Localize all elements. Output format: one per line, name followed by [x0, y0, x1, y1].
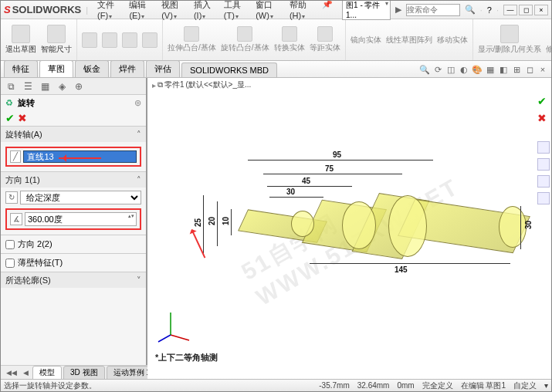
ribbon-offset[interactable]: 等距实体 [310, 26, 340, 53]
cancel-button[interactable]: ✖ [18, 112, 27, 124]
accept-button[interactable]: ✔ [5, 112, 15, 124]
axis-selector-icon[interactable]: ╱ [10, 150, 21, 163]
menu-edit[interactable]: 编辑(E)▾ [124, 0, 155, 22]
ribbon-pattern[interactable]: 线性草图阵列 [386, 35, 432, 46]
menu-insert[interactable]: 插入(I)▾ [189, 0, 218, 22]
view-tool-icon[interactable]: ▦ [485, 65, 496, 76]
menu-window[interactable]: 窗口(W)▾ [251, 0, 283, 22]
appearance-panel-icon[interactable] [537, 192, 550, 204]
pm-pin-icon[interactable]: ⊚ [39, 98, 141, 108]
app-logo: SSOLIDWORKS [4, 4, 81, 15]
restore-button[interactable]: ◻ [519, 5, 533, 15]
confirm-ok-icon[interactable]: ✔ [537, 95, 550, 107]
section-contours-header[interactable]: 所选轮廓(S)˅ [1, 272, 146, 288]
dim-75: 75 [325, 164, 334, 173]
depth-type-select[interactable]: 给定深度 [20, 191, 141, 204]
doc-close-icon[interactable]: × [537, 65, 548, 76]
tab-mbd[interactable]: SOLIDWORKS MBD [181, 63, 277, 77]
ribbon-revolve[interactable]: 旋转凸台/基体 [221, 26, 269, 53]
sketch-tool-2[interactable] [102, 32, 117, 48]
thin-feature-checkbox-row[interactable]: 薄壁特征(T) [5, 257, 141, 269]
title-bar: SSOLIDWORKS | 文件(F)▾ 编辑(E)▾ 视图(V)▾ 插入(I)… [1, 1, 551, 19]
minimize-button[interactable]: — [503, 5, 517, 15]
thin-feature-checkbox[interactable] [5, 259, 15, 268]
bottom-tab-3dview[interactable]: 3D 视图 [63, 366, 105, 380]
tab-sheetmetal[interactable]: 钣金 [75, 60, 109, 77]
view-tool-icon[interactable]: ◫ [445, 65, 456, 76]
revolve-preview: 95 75 45 30 10 20 25 145 30 [194, 178, 518, 271]
section-direction1-header[interactable]: 方向 1(1)˄ [1, 172, 146, 188]
ribbon-repair[interactable]: 修复草图 [546, 25, 552, 55]
view-tool-icon[interactable]: ⊞ [511, 65, 522, 76]
tab-evaluate[interactable]: 评估 [146, 60, 180, 77]
search-input[interactable] [406, 4, 460, 16]
active-document-selector[interactable]: 图1 - 零件1... [342, 0, 391, 20]
dim-45: 45 [302, 177, 310, 185]
tab-sketch[interactable]: 草图 [39, 60, 73, 77]
dim-95: 95 [333, 150, 341, 159]
status-hint: 选择一旋转轴并设定参数。 [4, 380, 97, 391]
angle-input[interactable]: 360.00度 [25, 212, 137, 226]
menu-view[interactable]: 视图(V)▾ [157, 0, 188, 22]
breadcrumb[interactable]: ▸ ⧉ 零件1 (默认<<默认>_显... [152, 79, 251, 90]
menu-help[interactable]: 帮助(H)▾ [285, 0, 316, 22]
view-tool-icon[interactable]: 🎨 [472, 65, 483, 76]
sketch-tool-1[interactable] [82, 32, 97, 48]
status-coord-z: 0mm [397, 381, 414, 390]
pm-tab-more-icon[interactable]: ⊕ [73, 81, 84, 92]
ribbon-move[interactable]: 移动实体 [437, 35, 468, 46]
separator: · [496, 5, 499, 15]
ribbon-mirror[interactable]: 镜向实体 [351, 35, 381, 46]
sketch-tool-4[interactable] [142, 32, 157, 48]
view-tool-icon[interactable]: ◧ [498, 65, 509, 76]
pm-tab-feature-tree-icon[interactable]: ⧉ [5, 81, 16, 92]
sketch-tool-3[interactable] [122, 32, 137, 48]
appearance-panel-icon[interactable] [537, 141, 550, 154]
angle-icon: ∡ [10, 213, 22, 225]
annotation-highlight-box: ∡ 360.00度 [5, 208, 141, 230]
menu-pin[interactable]: 📌 [317, 0, 337, 22]
menu-file[interactable]: 文件(F)▾ [93, 0, 123, 22]
separator: | [86, 5, 88, 15]
status-bar: 选择一旋转轴并设定参数。 -35.7mm 32.64mm 0mm 完全定义 在编… [1, 379, 551, 391]
pm-tab-display-icon[interactable]: ◈ [56, 81, 67, 92]
section-axis-header[interactable]: 旋转轴(A)˄ [1, 127, 146, 142]
view-orientation-label: *上下二等角轴测 [155, 352, 218, 363]
smart-dimension-button[interactable]: 智能尺寸 [41, 25, 72, 55]
ribbon-convert[interactable]: 转换实体 [274, 26, 305, 53]
bottom-tab-model[interactable]: 模型 [32, 366, 62, 380]
tab-scroll-left[interactable]: ◀◀ [4, 369, 19, 377]
direction2-checkbox-row[interactable]: 方向 2(2) [5, 238, 141, 250]
tab-weldment[interactable]: 焊件 [110, 60, 144, 77]
dim-10: 10 [222, 217, 230, 225]
confirm-cancel-icon[interactable]: ✖ [537, 112, 550, 124]
appearance-panel-icon[interactable] [537, 158, 550, 171]
direction2-checkbox[interactable] [5, 240, 15, 249]
pm-tab-config-icon[interactable]: ▦ [39, 81, 50, 92]
graphics-area[interactable]: ▸ ⧉ 零件1 (默认<<默认>_显... 51自学网 WWW.51ZXW.NE… [147, 78, 551, 379]
view-triad [155, 308, 194, 348]
doc-restore-icon[interactable]: ◻ [524, 65, 535, 76]
view-tool-icon[interactable]: ⟳ [432, 65, 443, 76]
status-custom[interactable]: 自定义 [513, 380, 537, 391]
ribbon-extrude[interactable]: 拉伸凸台/基体 [168, 26, 216, 53]
direction-reverse-icon[interactable]: ↻ [5, 191, 18, 204]
menu-tools[interactable]: 工具(T)▾ [219, 0, 249, 22]
appearance-panel-icon[interactable] [537, 175, 550, 188]
svg-line-1 [158, 335, 171, 342]
status-coord-y: 32.64mm [357, 381, 390, 390]
close-button[interactable]: × [534, 5, 548, 15]
view-tool-icon[interactable]: ◐ [459, 65, 469, 76]
pm-tab-property-icon[interactable]: ☰ [22, 81, 33, 92]
search-arrow-icon[interactable]: ▶ [395, 5, 401, 15]
search-icon[interactable]: 🔍 [465, 5, 476, 15]
tab-scroll-left-one[interactable]: ◀ [21, 369, 31, 377]
revolve-icon: ♻ [5, 98, 13, 108]
exit-sketch-button[interactable]: 退出草图 [5, 25, 36, 55]
view-tool-icon[interactable]: 🔍 [419, 65, 430, 76]
tab-feature[interactable]: 特征 [4, 60, 38, 77]
command-tab-row: 特征 草图 钣金 焊件 评估 SOLIDWORKS MBD 🔍 ⟳ ◫ ◐ 🎨 … [1, 61, 551, 78]
ribbon-relations[interactable]: 显示/删除几何关系 [478, 25, 542, 55]
help-icon[interactable]: ? [487, 5, 492, 15]
chevron-right-icon: ▸ [152, 81, 156, 90]
